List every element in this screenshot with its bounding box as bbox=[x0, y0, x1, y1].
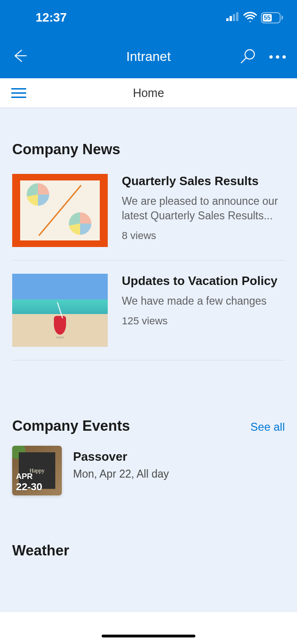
page-title: Intranet bbox=[126, 49, 171, 64]
event-badge-days: 22-30 bbox=[16, 481, 42, 493]
company-events-section: Company Events See all Happy APR 22-30 P… bbox=[12, 371, 285, 495]
svg-rect-1 bbox=[230, 16, 232, 21]
status-time: 12:37 bbox=[36, 10, 67, 25]
sub-header: Home bbox=[0, 78, 297, 107]
svg-rect-0 bbox=[226, 18, 229, 21]
event-thumbnail: Happy APR 22-30 bbox=[12, 446, 62, 495]
svg-rect-2 bbox=[233, 14, 235, 21]
news-title: Quarterly Sales Results bbox=[122, 174, 285, 188]
back-button[interactable] bbox=[11, 47, 28, 66]
event-badge-month: APR bbox=[16, 472, 42, 481]
company-events-heading: Company Events bbox=[12, 418, 130, 443]
event-meta: Mon, Apr 22, All day bbox=[73, 468, 169, 480]
event-item[interactable]: Happy APR 22-30 Passover Mon, Apr 22, Al… bbox=[12, 443, 285, 495]
bottom-safe-area bbox=[0, 612, 297, 644]
news-title: Updates to Vacation Policy bbox=[122, 274, 285, 288]
svg-rect-3 bbox=[236, 12, 238, 21]
app-header: Intranet bbox=[0, 35, 297, 78]
news-item[interactable]: Quarterly Sales Results We are pleased t… bbox=[12, 171, 285, 261]
weather-heading: Weather bbox=[12, 495, 285, 572]
cellular-signal-icon bbox=[226, 12, 239, 24]
home-indicator[interactable] bbox=[102, 635, 195, 637]
sub-header-title: Home bbox=[0, 86, 297, 100]
news-views: 125 views bbox=[122, 315, 285, 327]
drink-icon bbox=[54, 316, 66, 335]
menu-button[interactable] bbox=[11, 88, 26, 98]
content-area[interactable]: Company News Quarterly Sales Results We … bbox=[0, 107, 297, 644]
battery-level: 55 bbox=[263, 14, 272, 22]
status-indicators: 55 bbox=[226, 12, 283, 24]
news-views: 8 views bbox=[122, 230, 285, 242]
battery-indicator: 55 bbox=[261, 12, 283, 23]
news-excerpt: We are pleased to announce our latest Qu… bbox=[122, 194, 285, 223]
see-all-link[interactable]: See all bbox=[251, 420, 285, 434]
pie-chart-icon bbox=[69, 212, 91, 235]
search-button[interactable] bbox=[240, 48, 256, 66]
news-item[interactable]: Updates to Vacation Policy We have made … bbox=[12, 271, 285, 360]
weather-section: Weather bbox=[12, 495, 285, 572]
company-news-section: Company News Quarterly Sales Results We … bbox=[12, 107, 285, 360]
svg-line-5 bbox=[241, 58, 246, 63]
status-bar: 12:37 55 bbox=[0, 0, 297, 35]
pie-chart-icon bbox=[27, 183, 49, 206]
event-date-badge: APR 22-30 bbox=[16, 472, 42, 493]
company-news-heading: Company News bbox=[12, 107, 285, 171]
wifi-icon bbox=[243, 12, 257, 24]
news-excerpt: We have made a few changes bbox=[122, 294, 285, 308]
news-thumbnail bbox=[12, 274, 108, 347]
event-title: Passover bbox=[73, 449, 169, 464]
svg-point-4 bbox=[245, 50, 254, 59]
news-thumbnail bbox=[12, 174, 108, 247]
more-options-button[interactable] bbox=[269, 55, 286, 59]
